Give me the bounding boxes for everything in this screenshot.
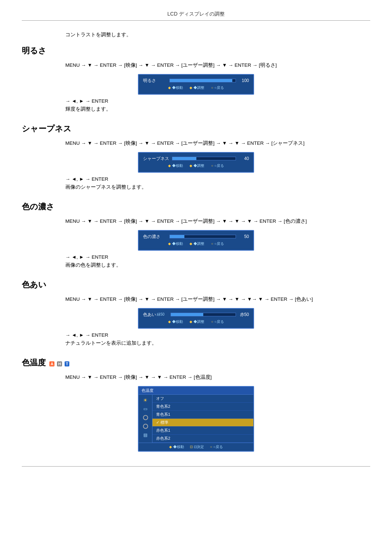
cdepth-back-icon: ○: [211, 242, 213, 246]
hue-move-icon: ◆: [168, 320, 171, 324]
coltemp-item-off: オフ: [152, 395, 253, 403]
page-container: LCD ディスプレイの調整 コントラストを調整します。 明るさ MENU → ▼…: [0, 0, 392, 488]
osd-sharpness-fill: [172, 157, 196, 160]
osd-coltemp-list: オフ 青色系2 青色系1 ✓ 標準 赤色系1 赤色系2: [152, 395, 253, 443]
osd-cdepth-footer-back: ○ ○戻る: [211, 241, 224, 246]
osd-cdepth-footer-move: ◆ ◆移動: [168, 241, 183, 246]
osd-color-depth-footer: ◆ ◆移動 ◆ ◆調整 ○ ○戻る: [143, 241, 249, 246]
coltemp-item-red2: 赤色系2: [152, 435, 253, 443]
osd-brightness-footer: ◆ ◆移動 ◆ ◆調整 ○ ○戻る: [143, 85, 249, 90]
nav-path-color-depth: MENU → ▼ → ENTER → [映像] → ▼ → ENTER → [ユ…: [65, 217, 370, 226]
osd-hue-main-label: 色あい: [143, 312, 157, 318]
desc-color-hue: ナチュラルトーンを表示に追加します。: [65, 340, 370, 346]
osd-brightness: 明るさ 100 ◆ ◆移動 ◆ ◆調整 ○ ○戻る: [138, 74, 254, 95]
osd-coltemp-icons: ☀ ▭ ▤: [139, 395, 152, 443]
coltemp-footer-move: ◆ ◆移動: [169, 444, 184, 450]
osd-sharpness-value: 40: [239, 156, 249, 161]
coltemp-item-blue1: 青色系1: [152, 411, 253, 419]
arrows-color-hue: → ◄, ► → ENTER: [65, 332, 370, 338]
osd-brightness-row: 明るさ 100: [143, 78, 249, 84]
osd-sharpness-row: シャープネス 40: [143, 156, 249, 162]
osd-coltemp-body: ☀ ▭ ▤ オフ: [139, 395, 253, 443]
desc-brightness: 輝度を調整します。: [65, 106, 370, 112]
osd-color-depth-value: 50: [239, 234, 249, 239]
osd-footer-move: ◆ ◆移動: [168, 85, 183, 90]
osd-color-depth-label: 色の濃さ: [143, 234, 167, 240]
osd-brightness-fill: [170, 79, 232, 82]
badge-t: T: [65, 361, 69, 366]
osd-hue-fill: [171, 313, 203, 316]
osd-hue-footer-move: ◆ ◆移動: [168, 319, 183, 324]
move-icon: ◆: [168, 86, 171, 90]
icon-item-4: [140, 422, 151, 430]
cdepth-move-icon: ◆: [168, 242, 171, 246]
coltemp-footer-back: ○ ○戻る: [210, 444, 222, 450]
nav-path-color-hue: MENU → ▼ → ENTER → [映像] → ▼ → ENTER → [ユ…: [65, 295, 370, 304]
heading-color-hue: 色あい: [22, 279, 370, 290]
coltemp-move-icon: ◆: [169, 445, 172, 449]
osd-brightness-value: 100: [239, 78, 249, 83]
coltemp-item-blue2: 青色系2: [152, 403, 253, 411]
nav-path-brightness: MENU → ▼ → ENTER → [映像] → ▼ → ENTER → [ユ…: [65, 61, 370, 70]
osd-sharpness-label: シャープネス: [143, 156, 169, 162]
coltemp-enter-icon: ⊡: [190, 445, 193, 449]
osd-sharpness-footer: ◆ ◆移動 ◆ ◆調整 ○ ○戻る: [143, 163, 249, 168]
section-color-depth: 色の濃さ MENU → ▼ → ENTER → [映像] → ▼ → ENTER…: [22, 201, 370, 268]
coltemp-footer-enter: ⊡ ⊡決定: [190, 444, 204, 450]
arrows-color-depth: → ◄, ► → ENTER: [65, 254, 370, 260]
section-color-hue: 色あい MENU → ▼ → ENTER → [映像] → ▼ → ENTER …: [22, 279, 370, 346]
coltemp-item-red1: 赤色系1: [152, 427, 253, 435]
icon-item-3: [140, 414, 151, 422]
intro-text: コントラストを調整します。: [65, 32, 370, 38]
monitor-icon: ▭: [143, 406, 147, 411]
arrows-brightness: → ◄, ► → ENTER: [65, 98, 370, 104]
osd-sharpness: シャープネス 40 ◆ ◆移動 ◆ ◆調整 ○ ○戻る: [138, 152, 254, 173]
osd-footer-adjust: ◆ ◆調整: [189, 85, 204, 90]
circle-icon-2: [143, 424, 148, 429]
osd-color-depth-bar: [170, 235, 236, 238]
sun-icon: ☀: [143, 397, 148, 403]
sharpness-back-icon: ○: [211, 164, 213, 168]
back-icon: ○: [211, 86, 213, 90]
osd-color-depth: 色の濃さ 50 ◆ ◆移動 ◆ ◆調整 ○ ○戻る: [138, 230, 254, 251]
osd-hue-footer-adjust: ◆ ◆調整: [189, 319, 204, 324]
sharpness-move-icon: ◆: [168, 164, 171, 168]
heading-color-temp: 色温度 A H T: [22, 357, 370, 368]
adjust-icon: ◆: [189, 86, 192, 90]
section-brightness: 明るさ MENU → ▼ → ENTER → [映像] → ▼ → ENTER …: [22, 45, 370, 112]
heading-color-depth: 色の濃さ: [22, 201, 370, 212]
icon-item-5: ▤: [140, 431, 151, 439]
osd-sharpness-bar: [172, 157, 236, 160]
osd-coltemp-title: 色温度: [139, 387, 253, 395]
osd-brightness-label: 明るさ: [143, 78, 167, 84]
coltemp-back-icon: ○: [210, 445, 212, 449]
osd-coltemp-footer: ◆ ◆移動 ⊡ ⊡決定 ○ ○戻る: [139, 443, 253, 451]
osd-hue-footer: ◆ ◆移動 ◆ ◆調整 ○ ○戻る: [143, 319, 249, 324]
osd-color-temp: 色温度 ☀ ▭ ▤: [138, 386, 254, 452]
osd-brightness-bar: [170, 79, 236, 82]
badge-a: A: [49, 361, 54, 366]
section-color-temp: 色温度 A H T MENU → ▼ → ENTER → [映像] → ▼ → …: [22, 357, 370, 452]
osd-color-hue: 色あい 緑50 赤50 ◆ ◆移動 ◆ ◆調整 ○ ○戻る: [138, 308, 254, 329]
osd-hue-green-label: 緑50: [157, 312, 168, 317]
circle-icon: [143, 415, 148, 420]
heading-sharpness: シャープネス: [22, 123, 370, 134]
osd-color-depth-fill: [170, 235, 184, 238]
camera-icon: ▤: [143, 432, 147, 438]
arrows-sharpness: → ◄, ► → ENTER: [65, 176, 370, 182]
page-title-bar: LCD ディスプレイの調整: [22, 11, 370, 21]
icon-item-2: ▭: [140, 405, 151, 413]
osd-cdepth-footer-adjust: ◆ ◆調整: [189, 241, 204, 246]
page-title: LCD ディスプレイの調整: [167, 11, 225, 17]
nav-path-sharpness: MENU → ▼ → ENTER → [映像] → ▼ → ENTER → [ユ…: [65, 139, 370, 148]
section-sharpness: シャープネス MENU → ▼ → ENTER → [映像] → ▼ → ENT…: [22, 123, 370, 190]
osd-hue-row: 色あい 緑50 赤50: [143, 312, 249, 318]
osd-hue-bar: [171, 313, 236, 316]
heading-brightness: 明るさ: [22, 45, 370, 56]
nav-path-color-temp: MENU → ▼ → ENTER → [映像] → ▼ → ▼ → ENTER …: [65, 373, 370, 382]
osd-sharpness-footer-move: ◆ ◆移動: [168, 163, 183, 168]
osd-color-depth-row: 色の濃さ 50: [143, 234, 249, 240]
desc-sharpness: 画像のシャープネスを調整します。: [65, 184, 370, 190]
badge-h: H: [57, 361, 62, 366]
desc-color-depth: 画像の色を調整します。: [65, 262, 370, 268]
